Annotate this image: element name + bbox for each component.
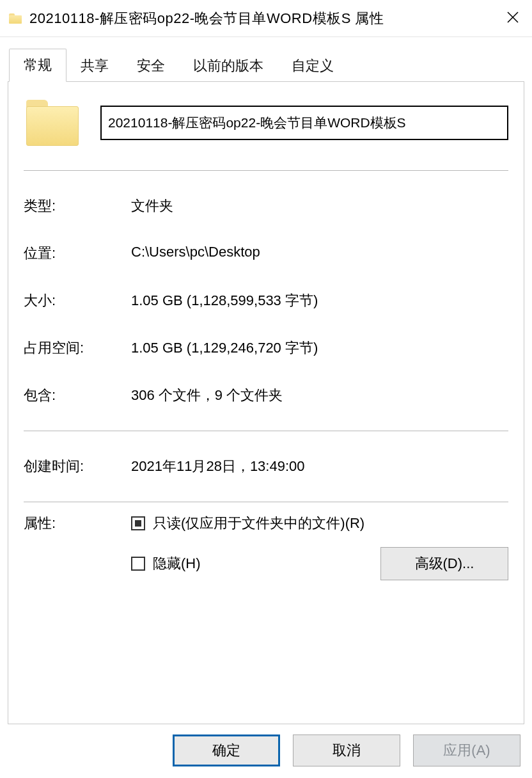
window-title: 20210118-解压密码op22-晚会节目单WORD模板S 属性 [29, 9, 494, 28]
row-location: 位置: C:\Users\pc\Desktop [24, 244, 508, 263]
separator [24, 170, 508, 171]
tab-share[interactable]: 共享 [66, 50, 123, 82]
label-created: 创建时间: [24, 457, 131, 476]
tab-security[interactable]: 安全 [123, 50, 179, 82]
folder-icon [9, 13, 22, 24]
tab-row: 常规 共享 安全 以前的版本 自定义 [0, 37, 532, 82]
value-size: 1.05 GB (1,128,599,533 字节) [131, 291, 508, 310]
row-contains: 包含: 306 个文件，9 个文件夹 [24, 386, 508, 405]
ok-button[interactable]: 确定 [173, 734, 280, 766]
separator [24, 431, 508, 431]
cancel-button[interactable]: 取消 [293, 734, 400, 766]
readonly-row[interactable]: 只读(仅应用于文件夹中的文件)(R) [131, 514, 508, 533]
advanced-button[interactable]: 高级(D)... [380, 547, 508, 580]
apply-button[interactable]: 应用(A) [413, 734, 520, 766]
value-created: 2021年11月28日，13:49:00 [131, 457, 508, 476]
titlebar: 20210118-解压密码op22-晚会节目单WORD模板S 属性 [0, 0, 532, 37]
attributes-block: 属性: 只读(仅应用于文件夹中的文件)(R) 隐藏(H) 高级(D)... [24, 514, 508, 580]
label-size-on-disk: 占用空间: [24, 338, 131, 358]
hidden-checkbox[interactable] [131, 557, 145, 571]
folder-name-input[interactable] [100, 106, 508, 140]
tab-general[interactable]: 常规 [9, 49, 66, 82]
value-location: C:\Users\pc\Desktop [131, 244, 508, 260]
close-button[interactable] [494, 10, 532, 27]
separator [24, 502, 508, 502]
value-size-on-disk: 1.05 GB (1,129,246,720 字节) [131, 338, 508, 358]
hidden-label: 隐藏(H) [153, 554, 201, 573]
value-contains: 306 个文件，9 个文件夹 [131, 386, 508, 405]
readonly-label: 只读(仅应用于文件夹中的文件)(R) [153, 514, 364, 533]
folder-large-icon [24, 100, 81, 146]
label-contains: 包含: [24, 386, 131, 405]
tab-previous-versions[interactable]: 以前的版本 [179, 50, 278, 82]
readonly-checkbox[interactable] [131, 516, 145, 530]
label-attributes: 属性: [24, 514, 131, 533]
general-panel: 类型: 文件夹 位置: C:\Users\pc\Desktop 大小: 1.05… [8, 82, 524, 724]
label-location: 位置: [24, 244, 131, 263]
row-size: 大小: 1.05 GB (1,128,599,533 字节) [24, 291, 508, 310]
properties-dialog: 20210118-解压密码op22-晚会节目单WORD模板S 属性 常规 共享 … [0, 0, 532, 778]
value-type: 文件夹 [131, 196, 508, 216]
dialog-footer: 确定 取消 应用(A) [0, 724, 532, 778]
label-type: 类型: [24, 196, 131, 216]
row-size-on-disk: 占用空间: 1.05 GB (1,129,246,720 字节) [24, 338, 508, 358]
name-row [24, 100, 508, 146]
label-size: 大小: [24, 291, 131, 310]
close-icon [507, 12, 519, 23]
tab-custom[interactable]: 自定义 [278, 50, 348, 82]
hidden-row[interactable]: 隐藏(H) [131, 554, 201, 573]
row-type: 类型: 文件夹 [24, 196, 508, 216]
row-created: 创建时间: 2021年11月28日，13:49:00 [24, 457, 508, 476]
